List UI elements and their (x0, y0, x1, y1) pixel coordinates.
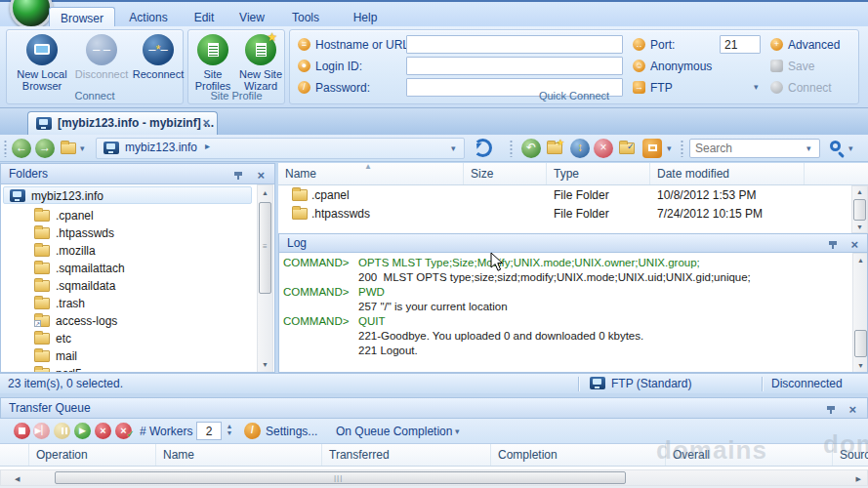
toolbar-grip[interactable] (510, 140, 513, 157)
scrollbar-thumb[interactable]: ||| (55, 471, 626, 484)
scroll-down-icon[interactable]: ▼ (853, 362, 868, 369)
column-header-completion[interactable]: Completion (491, 444, 666, 466)
transfer-queue-hscrollbar[interactable]: ◀ ||| ▶ (0, 469, 868, 486)
scroll-down-icon[interactable]: ▼ (258, 361, 272, 368)
folder-item[interactable]: mail (3, 347, 252, 365)
log-scrollbar[interactable]: ▲ ▼ (852, 253, 868, 373)
application-orb-button[interactable] (10, 0, 53, 29)
folder-item[interactable]: .trash (3, 295, 252, 312)
scroll-up-icon[interactable]: ▲ (258, 189, 272, 196)
scrollbar-thumb[interactable] (854, 330, 867, 357)
workers-stepper[interactable]: ▲▼ (224, 423, 235, 436)
column-header-name[interactable]: Name (156, 444, 322, 466)
pin-icon[interactable] (233, 170, 243, 181)
pause-button (54, 423, 70, 439)
close-icon[interactable]: × (850, 238, 858, 251)
reconnect-button[interactable]: –*– Reconnect (132, 34, 185, 80)
tab-close-icon[interactable]: × (202, 115, 210, 130)
scroll-left-icon[interactable]: ◀ (15, 475, 20, 483)
login-input[interactable] (406, 57, 623, 75)
log-line: COMMAND>PWD (283, 285, 830, 300)
folders-tree: mybiz123.info .cpanel .htpasswds .mozill… (0, 184, 275, 373)
remove-button[interactable]: × (95, 423, 111, 439)
site-profile-group-label: Site Profile (188, 89, 284, 102)
folder-icon (34, 280, 50, 292)
back-button[interactable]: ← (12, 139, 31, 158)
folders-scrollbar[interactable]: ▲ ≡ ▼ (257, 184, 273, 373)
ftp-client-window: Browser Actions Edit View Tools Help New… (0, 0, 868, 488)
on-queue-completion-arrow[interactable]: ▾ (455, 427, 460, 436)
column-header-size[interactable]: Size (464, 163, 547, 184)
tab-tools[interactable]: Tools (287, 7, 324, 28)
file-row[interactable]: .cpanel File Folder 10/8/2012 1:53 PM (278, 186, 849, 205)
workers-value[interactable]: 2 (196, 422, 222, 440)
search-dropdown-arrow[interactable]: ▾ (806, 143, 811, 153)
transfer-button[interactable]: ↕ (570, 139, 590, 158)
history-dropdown-arrow[interactable]: ▾ (80, 143, 85, 153)
scroll-down-icon[interactable]: ▼ (852, 224, 867, 230)
search-scope-dropdown-arrow[interactable]: ▾ (848, 143, 853, 153)
tab-actions[interactable]: Actions (127, 7, 170, 28)
folder-item[interactable]: .mozilla (3, 242, 252, 260)
folder-item[interactable]: .cpanel (3, 207, 252, 224)
delete-button[interactable]: × (594, 139, 613, 158)
tab-browser[interactable]: Browser (49, 7, 115, 28)
connection-status: Disconnected (771, 377, 843, 390)
folder-item[interactable]: perl5 (3, 365, 252, 373)
pin-icon[interactable] (826, 404, 836, 415)
folder-item[interactable]: .htpasswds (3, 224, 252, 242)
scroll-up-icon[interactable]: ▲ (853, 257, 868, 264)
search-icon[interactable] (830, 141, 841, 151)
breadcrumb-site[interactable]: mybiz123.info (125, 141, 197, 154)
settings-button[interactable]: Settings... (266, 425, 317, 438)
pin-icon[interactable] (828, 239, 838, 250)
folder-history-icon[interactable] (61, 142, 76, 154)
tab-edit[interactable]: Edit (189, 7, 219, 28)
stop-button[interactable] (14, 423, 30, 439)
log-line: COMMAND>QUIT (283, 314, 830, 329)
tab-help[interactable]: Help (350, 7, 381, 28)
scroll-up-icon[interactable]: ▲ (852, 188, 867, 195)
remove-completed-button[interactable]: ×✓ (115, 423, 132, 439)
search-input[interactable] (689, 139, 820, 158)
toolbar-grip[interactable] (4, 140, 7, 157)
close-icon[interactable]: × (848, 403, 856, 416)
tree-root-item[interactable]: mybiz123.info (3, 186, 252, 204)
folder-item[interactable]: .sqmaildata (3, 277, 252, 295)
file-list-scrollbar[interactable]: ▲ ▼ (851, 185, 868, 233)
column-header-transferred[interactable]: Transferred (322, 444, 491, 466)
column-header-type[interactable]: Type (547, 163, 650, 184)
folder-item[interactable]: .sqmailattach (3, 260, 252, 277)
folder-item-shortcut[interactable]: ↗access-logs (3, 312, 252, 330)
breadcrumb-arrow-icon[interactable]: ▸ (205, 141, 210, 151)
advanced-button[interactable]: Advanced (788, 36, 840, 54)
watermark: domains (656, 435, 767, 466)
view-mode-dropdown-arrow[interactable]: ▾ (667, 143, 672, 153)
new-site-wizard-button[interactable]: ★ New Site Wizard (235, 34, 286, 92)
scroll-right-icon[interactable]: ▶ (856, 475, 861, 483)
port-input[interactable] (720, 35, 761, 54)
file-row[interactable]: .htpasswds File Folder 7/24/2012 10:15 P… (278, 205, 849, 224)
refresh-button[interactable] (474, 139, 492, 157)
on-queue-completion-dropdown[interactable]: On Queue Completion (336, 425, 452, 438)
tab-view[interactable]: View (235, 7, 269, 28)
anonymous-toggle[interactable]: Anonymous (650, 58, 712, 75)
hostname-input[interactable] (406, 35, 623, 54)
up-folder-button[interactable]: ↶ (521, 139, 541, 158)
forward-button[interactable]: → (35, 139, 55, 158)
site-profiles-button[interactable]: Site Profiles (188, 34, 237, 92)
toolbar-grip[interactable] (681, 140, 683, 157)
view-mode-button[interactable] (642, 139, 662, 158)
address-dropdown-arrow[interactable]: ▾ (451, 143, 456, 153)
folders-panel-header: Folders × (0, 163, 275, 184)
scrollbar-thumb[interactable]: ≡ (259, 202, 271, 294)
new-local-browser-button[interactable]: New Local Browser (11, 34, 73, 92)
column-header-modified[interactable]: Date modified (650, 163, 805, 184)
start-button[interactable]: ▶ (74, 423, 91, 439)
close-icon[interactable]: × (257, 169, 265, 182)
document-tab[interactable]: [mybiz123.info - mybizinf] ... × (27, 111, 218, 135)
scrollbar-thumb[interactable] (853, 199, 866, 221)
folder-item[interactable]: etc (3, 330, 252, 347)
folder-icon (34, 298, 50, 309)
column-header-operation[interactable]: Operation (29, 444, 156, 466)
